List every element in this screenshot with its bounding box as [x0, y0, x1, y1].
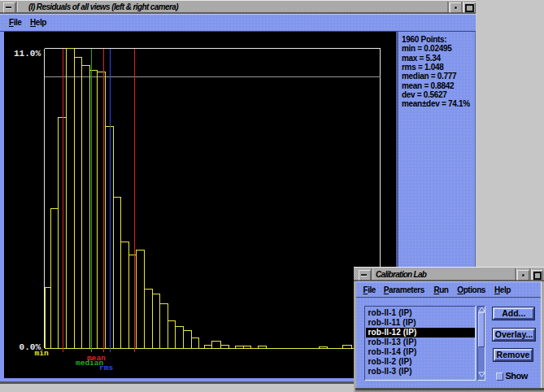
svg-text:min: min: [35, 349, 49, 358]
svg-text:11.0%: 11.0%: [14, 49, 41, 59]
svg-text:rms: rms: [99, 364, 113, 372]
